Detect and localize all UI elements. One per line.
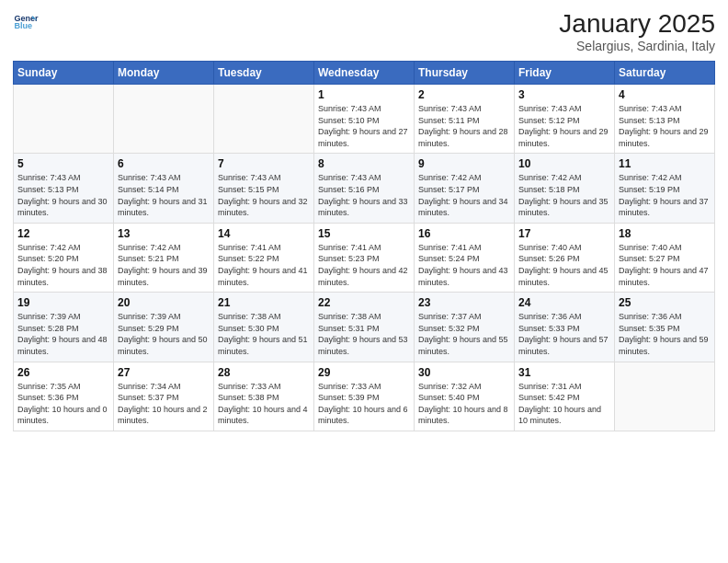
calendar-cell: 16Sunrise: 7:41 AM Sunset: 5:24 PM Dayli… [415, 223, 515, 292]
day-number: 1 [318, 88, 410, 101]
day-info: Sunrise: 7:41 AM Sunset: 5:23 PM Dayligh… [318, 242, 410, 288]
day-number: 4 [619, 88, 711, 101]
day-number: 23 [418, 296, 510, 309]
calendar-cell [214, 85, 314, 154]
calendar-cell: 3Sunrise: 7:43 AM Sunset: 5:12 PM Daylig… [515, 85, 615, 154]
day-number: 12 [17, 227, 109, 240]
day-info: Sunrise: 7:41 AM Sunset: 5:22 PM Dayligh… [218, 242, 310, 288]
day-number: 15 [318, 227, 410, 240]
calendar-cell: 4Sunrise: 7:43 AM Sunset: 5:13 PM Daylig… [615, 85, 715, 154]
day-number: 7 [218, 157, 310, 170]
day-number: 17 [518, 227, 610, 240]
day-info: Sunrise: 7:33 AM Sunset: 5:39 PM Dayligh… [318, 381, 410, 427]
calendar-cell [615, 362, 715, 431]
day-info: Sunrise: 7:42 AM Sunset: 5:20 PM Dayligh… [17, 242, 109, 288]
calendar-cell: 9Sunrise: 7:42 AM Sunset: 5:17 PM Daylig… [415, 154, 515, 223]
day-info: Sunrise: 7:35 AM Sunset: 5:36 PM Dayligh… [17, 381, 109, 427]
day-number: 13 [118, 227, 210, 240]
day-info: Sunrise: 7:41 AM Sunset: 5:24 PM Dayligh… [418, 242, 510, 288]
calendar-cell: 11Sunrise: 7:42 AM Sunset: 5:19 PM Dayli… [615, 154, 715, 223]
day-number: 10 [518, 157, 610, 170]
day-number: 16 [418, 227, 510, 240]
day-number: 28 [218, 366, 310, 379]
day-info: Sunrise: 7:40 AM Sunset: 5:27 PM Dayligh… [619, 242, 711, 288]
day-info: Sunrise: 7:31 AM Sunset: 5:42 PM Dayligh… [518, 381, 610, 427]
day-number: 2 [418, 88, 510, 101]
calendar-table: SundayMondayTuesdayWednesdayThursdayFrid… [13, 61, 715, 431]
calendar-cell: 10Sunrise: 7:42 AM Sunset: 5:18 PM Dayli… [515, 154, 615, 223]
calendar-week-4: 26Sunrise: 7:35 AM Sunset: 5:36 PM Dayli… [14, 362, 715, 431]
day-number: 29 [318, 366, 410, 379]
day-info: Sunrise: 7:33 AM Sunset: 5:38 PM Dayligh… [218, 381, 310, 427]
calendar-cell: 19Sunrise: 7:39 AM Sunset: 5:28 PM Dayli… [14, 293, 114, 362]
day-number: 30 [418, 366, 510, 379]
day-info: Sunrise: 7:43 AM Sunset: 5:15 PM Dayligh… [218, 172, 310, 218]
calendar-cell: 20Sunrise: 7:39 AM Sunset: 5:29 PM Dayli… [114, 293, 214, 362]
calendar-cell: 7Sunrise: 7:43 AM Sunset: 5:15 PM Daylig… [214, 154, 314, 223]
day-info: Sunrise: 7:43 AM Sunset: 5:13 PM Dayligh… [619, 103, 711, 149]
logo: General Blue [13, 9, 39, 35]
calendar-cell: 8Sunrise: 7:43 AM Sunset: 5:16 PM Daylig… [314, 154, 415, 223]
day-number: 22 [318, 296, 410, 309]
calendar-cell: 2Sunrise: 7:43 AM Sunset: 5:11 PM Daylig… [415, 85, 515, 154]
day-number: 24 [518, 296, 610, 309]
title-block: January 2025 Selargius, Sardinia, Italy [559, 9, 715, 53]
calendar-week-2: 12Sunrise: 7:42 AM Sunset: 5:20 PM Dayli… [14, 223, 715, 292]
calendar-cell: 14Sunrise: 7:41 AM Sunset: 5:22 PM Dayli… [214, 223, 314, 292]
calendar-cell: 30Sunrise: 7:32 AM Sunset: 5:40 PM Dayli… [415, 362, 515, 431]
day-info: Sunrise: 7:36 AM Sunset: 5:33 PM Dayligh… [518, 311, 610, 357]
day-number: 31 [518, 366, 610, 379]
day-number: 20 [118, 296, 210, 309]
day-info: Sunrise: 7:43 AM Sunset: 5:12 PM Dayligh… [518, 103, 610, 149]
weekday-header-wednesday: Wednesday [314, 62, 415, 85]
day-info: Sunrise: 7:42 AM Sunset: 5:18 PM Dayligh… [518, 172, 610, 218]
day-number: 25 [619, 296, 711, 309]
day-info: Sunrise: 7:38 AM Sunset: 5:30 PM Dayligh… [218, 311, 310, 357]
calendar-week-3: 19Sunrise: 7:39 AM Sunset: 5:28 PM Dayli… [14, 293, 715, 362]
day-number: 26 [17, 366, 109, 379]
weekday-header-monday: Monday [114, 62, 214, 85]
day-number: 9 [418, 157, 510, 170]
day-number: 3 [518, 88, 610, 101]
day-info: Sunrise: 7:37 AM Sunset: 5:32 PM Dayligh… [418, 311, 510, 357]
weekday-header-row: SundayMondayTuesdayWednesdayThursdayFrid… [14, 62, 715, 85]
weekday-header-thursday: Thursday [415, 62, 515, 85]
calendar-cell: 17Sunrise: 7:40 AM Sunset: 5:26 PM Dayli… [515, 223, 615, 292]
day-number: 11 [619, 157, 711, 170]
calendar-week-0: 1Sunrise: 7:43 AM Sunset: 5:10 PM Daylig… [14, 85, 715, 154]
calendar-cell: 29Sunrise: 7:33 AM Sunset: 5:39 PM Dayli… [314, 362, 415, 431]
calendar-cell: 1Sunrise: 7:43 AM Sunset: 5:10 PM Daylig… [314, 85, 415, 154]
calendar-cell: 6Sunrise: 7:43 AM Sunset: 5:14 PM Daylig… [114, 154, 214, 223]
calendar-cell: 25Sunrise: 7:36 AM Sunset: 5:35 PM Dayli… [615, 293, 715, 362]
day-info: Sunrise: 7:43 AM Sunset: 5:16 PM Dayligh… [318, 172, 410, 218]
day-info: Sunrise: 7:39 AM Sunset: 5:28 PM Dayligh… [17, 311, 109, 357]
calendar-week-1: 5Sunrise: 7:43 AM Sunset: 5:13 PM Daylig… [14, 154, 715, 223]
day-info: Sunrise: 7:43 AM Sunset: 5:11 PM Dayligh… [418, 103, 510, 149]
calendar-cell: 5Sunrise: 7:43 AM Sunset: 5:13 PM Daylig… [14, 154, 114, 223]
calendar-cell: 21Sunrise: 7:38 AM Sunset: 5:30 PM Dayli… [214, 293, 314, 362]
calendar-cell: 28Sunrise: 7:33 AM Sunset: 5:38 PM Dayli… [214, 362, 314, 431]
calendar-cell: 27Sunrise: 7:34 AM Sunset: 5:37 PM Dayli… [114, 362, 214, 431]
calendar-title: January 2025 [559, 9, 715, 39]
day-info: Sunrise: 7:34 AM Sunset: 5:37 PM Dayligh… [118, 381, 210, 427]
calendar-cell: 31Sunrise: 7:31 AM Sunset: 5:42 PM Dayli… [515, 362, 615, 431]
day-info: Sunrise: 7:43 AM Sunset: 5:14 PM Dayligh… [118, 172, 210, 218]
calendar-cell [14, 85, 114, 154]
calendar-cell: 26Sunrise: 7:35 AM Sunset: 5:36 PM Dayli… [14, 362, 114, 431]
calendar-cell: 12Sunrise: 7:42 AM Sunset: 5:20 PM Dayli… [14, 223, 114, 292]
calendar-cell: 22Sunrise: 7:38 AM Sunset: 5:31 PM Dayli… [314, 293, 415, 362]
calendar-cell: 18Sunrise: 7:40 AM Sunset: 5:27 PM Dayli… [615, 223, 715, 292]
calendar-cell: 24Sunrise: 7:36 AM Sunset: 5:33 PM Dayli… [515, 293, 615, 362]
day-number: 5 [17, 157, 109, 170]
calendar-cell: 13Sunrise: 7:42 AM Sunset: 5:21 PM Dayli… [114, 223, 214, 292]
day-number: 8 [318, 157, 410, 170]
day-info: Sunrise: 7:38 AM Sunset: 5:31 PM Dayligh… [318, 311, 410, 357]
day-number: 27 [118, 366, 210, 379]
day-number: 14 [218, 227, 310, 240]
weekday-header-saturday: Saturday [615, 62, 715, 85]
day-info: Sunrise: 7:39 AM Sunset: 5:29 PM Dayligh… [118, 311, 210, 357]
weekday-header-friday: Friday [515, 62, 615, 85]
day-info: Sunrise: 7:43 AM Sunset: 5:13 PM Dayligh… [17, 172, 109, 218]
day-info: Sunrise: 7:43 AM Sunset: 5:10 PM Dayligh… [318, 103, 410, 149]
calendar-subtitle: Selargius, Sardinia, Italy [559, 39, 715, 53]
